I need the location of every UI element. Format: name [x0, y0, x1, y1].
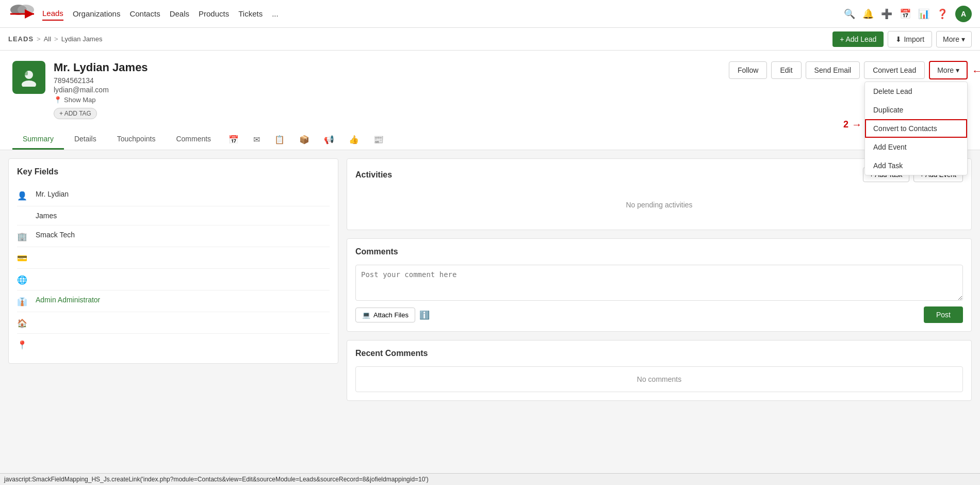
dropdown-menu: Delete Lead Duplicate Convert to Contact…: [864, 82, 968, 175]
lead-email: lydian@mail.com: [54, 86, 148, 94]
follow-button[interactable]: Follow: [729, 61, 767, 79]
show-map-link[interactable]: 📍 Show Map: [54, 96, 148, 104]
recent-comments-card: Recent Comments No comments: [347, 340, 972, 401]
annotation-arrow-1: ←→ 1: [972, 65, 980, 77]
breadcrumb-current: Lydian James: [61, 35, 103, 43]
field-firstname: Mr. Lydian: [36, 190, 69, 198]
field-row-card: 💳: [17, 247, 330, 269]
field-company: Smack Tech: [36, 231, 75, 239]
search-icon[interactable]: 🔍: [844, 8, 855, 20]
house-icon: 🏠: [17, 318, 29, 328]
help-icon[interactable]: ❓: [937, 8, 948, 20]
chevron-down-icon: ▾: [961, 35, 965, 43]
no-activities-text: No pending activities: [355, 188, 963, 221]
activities-title: Activities: [355, 170, 392, 180]
add-tag-button[interactable]: + ADD TAG: [54, 108, 97, 119]
info-icon[interactable]: ℹ️: [419, 310, 430, 320]
breadcrumb-all[interactable]: All: [44, 35, 51, 43]
no-comments-text: No comments: [355, 366, 963, 392]
comment-input[interactable]: [355, 265, 963, 301]
lead-details: Mr. Lydian James 7894562134 lydian@mail.…: [54, 61, 148, 119]
dropdown-duplicate[interactable]: Duplicate: [865, 101, 967, 119]
lead-avatar: [12, 61, 45, 94]
avatar[interactable]: A: [955, 6, 972, 22]
edit-button[interactable]: Edit: [771, 61, 801, 79]
breadcrumb-actions: + Add Lead ⬇ Import More ▾: [832, 31, 972, 47]
tab-details[interactable]: Details: [64, 130, 107, 150]
tab-summary[interactable]: Summary: [12, 130, 64, 150]
breadcrumb-bar: LEADS > All > Lydian James + Add Lead ⬇ …: [0, 28, 980, 51]
pin-icon: 📍: [17, 340, 29, 350]
tabs-bar: Summary Details Touchpoints Comments 📅 ✉…: [12, 130, 968, 150]
comments-title: Comments: [355, 247, 963, 256]
tab-icon-email[interactable]: ✉: [246, 130, 267, 150]
field-row-company: 🏢 Smack Tech: [17, 225, 330, 247]
nav-more-dots[interactable]: ...: [272, 7, 279, 20]
globe-icon: 🌐: [17, 275, 29, 285]
import-button[interactable]: ⬇ Import: [888, 31, 932, 47]
attach-files-button[interactable]: 💻 Attach Files: [355, 308, 415, 322]
dropdown-add-event[interactable]: Add Event: [865, 138, 967, 156]
nav-products[interactable]: Products: [199, 7, 229, 20]
send-email-button[interactable]: Send Email: [806, 61, 860, 79]
svg-point-4: [22, 80, 36, 87]
convert-lead-button[interactable]: Convert Lead: [864, 61, 925, 79]
breadcrumb: LEADS > All > Lydian James: [8, 35, 102, 43]
left-panel: Key Fields 👤 Mr. Lydian James 🏢 Smack Te…: [8, 158, 338, 409]
tab-touchpoints[interactable]: Touchpoints: [107, 130, 166, 150]
breadcrumb-sep1: >: [37, 35, 41, 43]
dropdown-convert-to-contacts[interactable]: Convert to Contacts: [865, 119, 967, 138]
dropdown-delete-lead[interactable]: Delete Lead: [865, 82, 967, 101]
plus-icon[interactable]: ➕: [881, 8, 892, 20]
tab-icon-notes[interactable]: 📋: [267, 130, 292, 150]
nav-leads[interactable]: Leads: [42, 7, 63, 21]
laptop-icon: 💻: [362, 311, 370, 319]
more-button[interactable]: More ▾: [929, 61, 968, 79]
svg-rect-5: [23, 71, 28, 75]
lead-phone: 7894562134: [54, 76, 148, 85]
top-nav: Leads Organizations Contacts Deals Produ…: [0, 0, 980, 28]
dropdown-add-task[interactable]: Add Task: [865, 156, 967, 175]
tab-comments[interactable]: Comments: [166, 130, 221, 150]
bell-icon[interactable]: 🔔: [862, 8, 874, 20]
lead-header-top: Mr. Lydian James 7894562134 lydian@mail.…: [12, 61, 968, 125]
chart-icon[interactable]: 📊: [918, 8, 929, 20]
field-row-lastname: James: [17, 206, 330, 225]
map-pin-icon: 📍: [54, 96, 62, 104]
key-fields-card: Key Fields 👤 Mr. Lydian James 🏢 Smack Te…: [8, 158, 338, 364]
breadcrumb-sep2: >: [54, 35, 58, 43]
nav-icons: 🔍 🔔 ➕ 📅 📊 ❓ A: [844, 6, 972, 22]
nav-tickets[interactable]: Tickets: [238, 7, 263, 20]
nav-contacts[interactable]: Contacts: [129, 7, 160, 20]
lead-info: Mr. Lydian James 7894562134 lydian@mail.…: [12, 61, 148, 119]
tab-icon-megaphone[interactable]: 📢: [317, 130, 341, 150]
annotation-2: 2 →: [843, 119, 862, 131]
field-row-house: 🏠: [17, 312, 330, 334]
card-icon: 💳: [17, 253, 29, 263]
lead-header: Mr. Lydian James 7894562134 lydian@mail.…: [0, 51, 980, 150]
tab-icon-calendar[interactable]: 📅: [221, 130, 246, 150]
tab-icon-box[interactable]: 📦: [292, 130, 317, 150]
post-button[interactable]: Post: [924, 306, 963, 323]
field-row-pin: 📍: [17, 334, 330, 355]
person-icon: 👤: [17, 191, 29, 201]
add-lead-button[interactable]: + Add Lead: [832, 31, 884, 47]
nav-organizations[interactable]: Organizations: [73, 7, 121, 20]
more-top-button[interactable]: More ▾: [936, 31, 972, 47]
recent-comments-title: Recent Comments: [355, 349, 963, 358]
field-row-firstname: 👤 Mr. Lydian: [17, 185, 330, 206]
nav-links: Leads Organizations Contacts Deals Produ…: [42, 7, 844, 21]
key-fields-title: Key Fields: [17, 167, 330, 176]
calendar-icon[interactable]: 📅: [900, 8, 911, 20]
logo: [8, 3, 36, 25]
breadcrumb-root[interactable]: LEADS: [8, 35, 34, 43]
tab-icon-newspaper[interactable]: 📰: [366, 130, 391, 150]
comment-actions: 💻 Attach Files ℹ️ Post: [355, 306, 963, 323]
field-row-admin: 👔 Admin Administrator: [17, 290, 330, 312]
field-admin[interactable]: Admin Administrator: [36, 296, 100, 304]
lead-name: Mr. Lydian James: [54, 61, 148, 74]
tab-icon-thumbsup[interactable]: 👍: [341, 130, 366, 150]
right-panel: Activities + Add Task + Add Event No pen…: [347, 158, 972, 409]
comments-card: Comments 💻 Attach Files ℹ️ Post: [347, 238, 972, 332]
nav-deals[interactable]: Deals: [170, 7, 189, 20]
